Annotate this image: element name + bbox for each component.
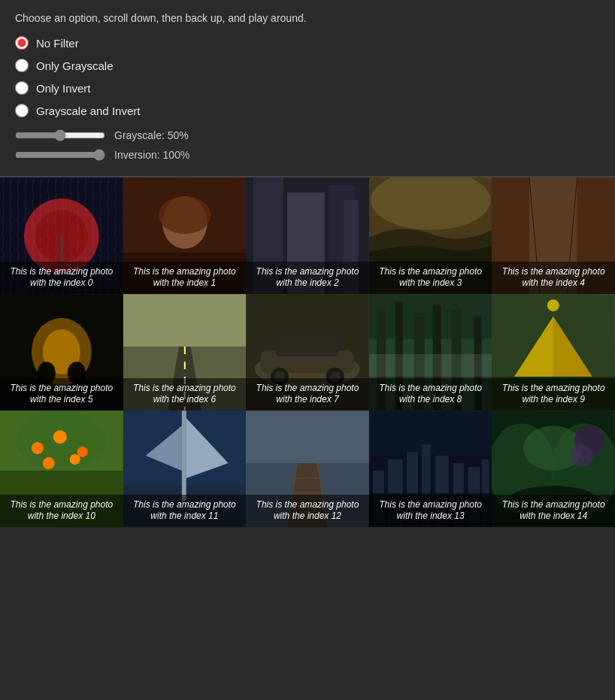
slider-row-grayscale-slider: Grayscale: 50% [15,129,600,141]
radio-label-only-grayscale: Only Grayscale [36,59,114,72]
photo-caption-5: This is the amazing photo with the index… [0,378,123,411]
svg-point-59 [77,447,88,457]
controls-panel: Choose an option, scroll down, then back… [0,0,615,177]
grayscale-slider[interactable] [15,129,105,141]
photo-item-3[interactable]: This is the amazing photo with the index… [369,177,492,294]
svg-point-53 [547,299,559,311]
radio-item-grayscale-invert[interactable]: Grayscale and Invert [15,104,600,117]
photo-caption-10: This is the amazing photo with the index… [0,495,123,527]
photo-grid: This is the amazing photo with the index… [0,177,615,527]
grayscale-slider-label: Grayscale: 50% [114,129,189,141]
photo-caption-1: This is the amazing photo with the index… [123,262,247,294]
svg-point-57 [32,442,44,454]
radio-only-grayscale[interactable] [15,59,29,72]
radio-no-filter[interactable] [15,36,29,50]
photo-item-7[interactable]: This is the amazing photo with the index… [246,294,369,411]
svg-rect-64 [181,411,186,501]
inversion-slider[interactable] [15,149,105,161]
photo-item-1[interactable]: This is the amazing photo with the index… [123,177,247,294]
photo-caption-3: This is the amazing photo with the index… [369,262,492,294]
photo-item-4[interactable]: This is the amazing photo with the index… [492,177,615,294]
svg-rect-29 [123,294,247,347]
svg-point-8 [158,196,211,234]
photo-caption-9: This is the amazing photo with the index… [492,378,615,411]
radio-item-only-grayscale[interactable]: Only Grayscale [15,59,600,72]
photo-item-13[interactable]: This is the amazing photo with the index… [369,411,492,527]
photo-item-9[interactable]: This is the amazing photo with the index… [492,294,615,411]
inversion-slider-label: Inversion: 100% [114,149,189,161]
svg-point-60 [43,457,55,469]
photo-caption-0: This is the amazing photo with the index… [0,262,123,294]
svg-rect-68 [246,411,369,463]
radio-label-only-invert: Only Invert [36,82,91,95]
svg-point-91 [571,444,593,467]
photo-item-14[interactable]: This is the amazing photo with the index… [492,411,615,527]
photo-item-8[interactable]: This is the amazing photo with the index… [369,294,492,411]
photo-item-11[interactable]: This is the amazing photo with the index… [123,411,247,527]
photo-caption-6: This is the amazing photo with the index… [123,378,247,411]
filter-radio-group: No FilterOnly GrayscaleOnly InvertGraysc… [15,36,600,117]
radio-grayscale-invert[interactable] [15,104,29,117]
photo-item-5[interactable]: This is the amazing photo with the index… [0,294,123,411]
radio-item-no-filter[interactable]: No Filter [15,36,600,50]
radio-label-grayscale-invert: Grayscale and Invert [36,105,140,117]
photo-caption-8: This is the amazing photo with the index… [369,378,492,411]
radio-item-only-invert[interactable]: Only Invert [15,81,600,95]
photo-caption-4: This is the amazing photo with the index… [492,262,615,294]
svg-point-61 [70,454,80,465]
photo-caption-12: This is the amazing photo with the index… [246,495,369,527]
photo-caption-11: This is the amazing photo with the index… [123,495,247,527]
photo-item-0[interactable]: This is the amazing photo with the index… [0,177,123,294]
slider-row-inversion-slider: Inversion: 100% [15,149,600,161]
photo-item-10[interactable]: This is the amazing photo with the index… [0,411,123,527]
svg-rect-35 [276,338,339,356]
radio-only-invert[interactable] [15,81,29,95]
svg-rect-48 [369,354,492,377]
instructions-text: Choose an option, scroll down, then back… [15,12,600,24]
photo-caption-2: This is the amazing photo with the index… [246,262,369,294]
photo-item-12[interactable]: This is the amazing photo with the index… [246,411,369,527]
svg-point-58 [53,430,67,444]
photo-caption-7: This is the amazing photo with the index… [246,378,369,411]
photo-item-6[interactable]: This is the amazing photo with the index… [123,294,247,411]
radio-label-no-filter: No Filter [36,37,79,50]
photo-caption-14: This is the amazing photo with the index… [492,495,615,527]
photo-caption-13: This is the amazing photo with the index… [369,495,492,527]
slider-group: Grayscale: 50%Inversion: 100% [15,129,600,161]
photo-item-2[interactable]: This is the amazing photo with the index… [246,177,369,294]
